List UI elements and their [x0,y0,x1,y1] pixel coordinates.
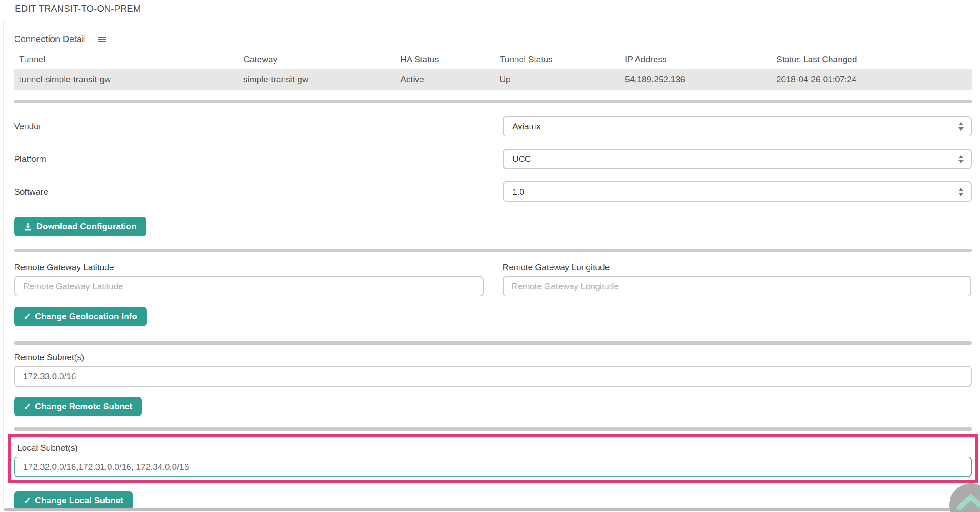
change-local-subnet-button[interactable]: ✓ Change Local Subnet [14,491,133,510]
software-row: Software 1.0 [14,181,972,202]
table-header-row: Tunnel Gateway HA Status Tunnel Status I… [14,50,972,69]
column-header-ha-status: HA Status [395,50,495,69]
connection-detail-heading: Connection Detail [14,34,86,45]
cell-gateway: simple-transit-gw [238,69,395,90]
column-header-ip-address: IP Address [620,50,771,69]
latitude-input[interactable] [14,276,484,296]
change-geolocation-button-label: Change Geolocation Info [35,311,137,321]
change-remote-subnet-button-label: Change Remote Subnet [35,402,132,412]
local-subnet-input[interactable] [14,457,972,477]
vendor-label: Vendor [14,121,41,131]
connection-detail-header: Connection Detail [14,34,971,45]
software-select[interactable]: 1.0 [503,181,972,202]
cell-ip-address: 54.189.252.136 [620,69,771,90]
updown-stepper-icon [958,122,964,131]
platform-label: Platform [14,154,46,164]
software-select-value: 1.0 [512,187,958,197]
check-icon: ✓ [24,311,31,322]
geolocation-section: Remote Gateway Latitude Remote Gateway L… [14,262,971,296]
download-icon [24,222,32,231]
section-divider [14,427,972,431]
remote-subnet-section: Remote Subnet(s) [14,352,971,387]
platform-row: Platform UCC [14,149,972,169]
check-icon: ✓ [24,496,31,506]
vendor-select-value: Aviatrix [512,121,958,131]
main-panel: Connection Detail Tunnel Gateway HA Stat… [3,20,977,510]
page-title: EDIT TRANSIT-TO-ON-PREM [15,4,141,14]
hamburger-icon[interactable] [98,37,106,38]
section-divider [14,249,972,252]
updown-stepper-icon [958,188,964,196]
platform-select[interactable]: UCC [503,149,972,169]
local-subnet-highlight-box: Local Subnet(s) [8,434,978,483]
table-row[interactable]: tunnel-simple-transit-gw simple-transit-… [14,69,972,90]
cell-ha-status: Active [395,69,495,90]
longitude-label: Remote Gateway Longitude [503,262,972,272]
vendor-row: Vendor Aviatrix [14,116,972,136]
column-header-tunnel: Tunnel [14,50,238,69]
change-local-subnet-button-label: Change Local Subnet [35,496,123,506]
column-header-tunnel-status: Tunnel Status [495,50,620,69]
connection-table: Tunnel Gateway HA Status Tunnel Status I… [14,50,972,90]
section-divider [14,341,972,345]
updown-stepper-icon [958,155,964,163]
remote-subnet-input[interactable] [14,366,972,387]
latitude-field-group: Remote Gateway Latitude [14,262,484,296]
vendor-select[interactable]: Aviatrix [503,116,972,136]
platform-select-value: UCC [512,154,958,164]
page-header: EDIT TRANSIT-TO-ON-PREM [0,0,980,18]
local-subnet-label: Local Subnet(s) [17,443,972,453]
cell-tunnel: tunnel-simple-transit-gw [14,69,238,90]
download-configuration-button[interactable]: Download Configuration [14,217,146,236]
check-icon: ✓ [24,402,31,412]
download-configuration-button-label: Download Configuration [36,221,137,231]
change-geolocation-button[interactable]: ✓ Change Geolocation Info [14,307,147,326]
longitude-field-group: Remote Gateway Longitude [503,262,972,296]
latitude-label: Remote Gateway Latitude [14,262,484,272]
cell-status-last-changed: 2018-04-26 01:07:24 [771,69,972,90]
column-header-status-last-changed: Status Last Changed [771,50,972,69]
cell-tunnel-status: Up [495,69,620,90]
section-divider [14,100,972,103]
change-remote-subnet-button[interactable]: ✓ Change Remote Subnet [14,397,142,416]
bottom-divider [4,508,975,511]
remote-subnet-label: Remote Subnet(s) [14,352,971,362]
column-header-gateway: Gateway [238,50,395,69]
longitude-input[interactable] [503,276,972,296]
software-label: Software [14,187,48,197]
